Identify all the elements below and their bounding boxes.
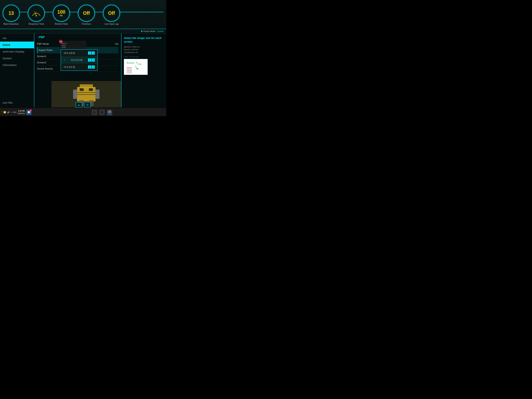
gauge-circle-black-equalizer: 13 (3, 5, 20, 22)
screen-btn-16-9-1[interactable]: 1 (88, 51, 91, 55)
screen-btns-16-9: 1 2 (88, 51, 95, 55)
screen-btns-11-9: 1 2 (88, 65, 95, 69)
taskbar-app-camera[interactable]: ◎ (92, 109, 97, 115)
menu-header-title: PBP (39, 36, 45, 39)
taskbar-app-windows[interactable]: ⊞ (99, 109, 105, 115)
svg-text:Boxplot: Boxplot (127, 62, 134, 64)
svg-rect-15 (77, 92, 95, 93)
svg-point-8 (36, 15, 37, 16)
right-panel-content1: gghalves: Make Ha (124, 45, 164, 48)
svg-line-7 (35, 12, 36, 16)
music-mix-label: usic Mix (3, 101, 13, 104)
menu-header: › PBP (37, 36, 119, 39)
right-panel-content3: Visualizations wit (124, 51, 164, 54)
osd-up-button[interactable]: ▲ (76, 102, 82, 108)
pbp-mode-value: On (115, 43, 119, 45)
sidebar: me icture onScreen Display System Inform… (0, 33, 34, 108)
screen-btn-16-9-2[interactable]: 2 (92, 51, 95, 55)
screen-btn-11-9-2[interactable]: 2 (92, 65, 95, 69)
aspect-ratio-label: Aspect Ratio (38, 49, 53, 52)
low-input-lag-value: Off (108, 11, 115, 16)
taskbar-app-chrome[interactable] (107, 109, 112, 115)
svg-rect-16 (77, 94, 95, 95)
gauge-items-wrapper: 13 Black Equalizer Response Time (3, 5, 120, 25)
chat-line2: lsisinf (62, 44, 85, 46)
gauge-circle-low-input-lag: Off (103, 5, 120, 22)
taskbar-music-icon: ♪ (11, 111, 12, 114)
svg-text:Dot: Dot (138, 63, 141, 65)
taskbar-clock: 5:10 PM 5/25/2021 (18, 110, 25, 114)
screen-btn-11-9-1[interactable]: 1 (88, 65, 91, 69)
aspect-ratio-dropdown[interactable]: 16:9 (16:9) 1 2 ✓ 21:9 (11:9) (61, 49, 98, 71)
taskbar-left: ^ 📶 🔊 ♪ ENG 5:10 PM 5/25/2021 💬 5 (1, 110, 38, 115)
refresh-rate-label: Refresh Rate (55, 23, 68, 25)
svg-rect-10 (80, 84, 93, 88)
osd-menu-button[interactable]: ☰ (84, 102, 91, 108)
taskbar-volume-icon[interactable]: 🔊 (7, 111, 10, 114)
right-panel-title: Select the image size for each screen. (124, 36, 164, 44)
right-panel-thumbnail: Boxplot + Dot (124, 59, 148, 75)
picture-mode-value: Custom (157, 30, 164, 32)
right-panel-timestamp: Today · am read time (124, 56, 164, 58)
dropdown-option-21-9[interactable]: ✓ 21:9 (11:9) 1 2 (61, 57, 97, 63)
gauge-item-response-time[interactable]: Response Time (28, 5, 45, 25)
svg-rect-11 (73, 90, 78, 99)
pbp-mode-label: PBP Mode (37, 43, 49, 45)
osd-navigation: ▲ ☰ (76, 102, 91, 108)
svg-rect-17 (80, 88, 84, 91)
taskbar: ^ 📶 🔊 ♪ ENG 5:10 PM 5/25/2021 💬 5 ◎ (0, 108, 166, 116)
dropdown-option-16-9-label: 16:9 (16:9) (63, 52, 75, 55)
gauge-item-black-equalizer[interactable]: 13 Black Equalizer (3, 5, 20, 25)
menu-header-arrow: › (37, 36, 38, 39)
refresh-rate-unit: Hz (60, 14, 63, 17)
dropdown-option-16-9[interactable]: 16:9 (16:9) 1 2 (61, 50, 97, 57)
sidebar-item-onscreen-display[interactable]: onScreen Display (0, 48, 34, 55)
sidebar-item-information[interactable]: Information (0, 62, 34, 69)
gauge-bar: 13 Black Equalizer Response Time (0, 0, 166, 29)
gauge-circle-freesync: Off (78, 5, 95, 22)
black-equalizer-value: 13 (9, 11, 14, 16)
picture-mode-dot (141, 31, 142, 32)
notification-badge: 5 (30, 109, 32, 112)
chat-line1: GPT-3' (62, 43, 85, 44)
screen-btn-21-9-2[interactable]: 2 (92, 58, 95, 62)
screen-btns-21-9: 1 2 (88, 58, 95, 62)
screen1-label: Screen1 (37, 55, 46, 58)
black-equalizer-label: Black Equalizer (3, 23, 19, 25)
svg-text:+: + (136, 61, 138, 64)
picture-mode-bar: Picture Mode: Custom (0, 29, 166, 33)
sound-source-label: Sound Source (37, 67, 53, 70)
dropdown-option-21-9-label: 21:9 (11:9) (71, 59, 82, 62)
taskbar-chevron-icon[interactable]: ^ (1, 111, 2, 114)
taskbar-notification-area: 💬 5 (26, 110, 32, 115)
chrome-icon (108, 110, 111, 114)
sidebar-item-picture[interactable]: icture (0, 42, 34, 48)
taskbar-time: 5:10 PM (18, 110, 25, 112)
sidebar-item-system[interactable]: System (0, 55, 34, 62)
freesync-label: FreeSync (82, 23, 91, 25)
taskbar-wifi-icon: 📶 (3, 111, 6, 114)
checkmark-icon: ✓ (63, 59, 65, 61)
windows-icon: ⊞ (101, 111, 103, 114)
sidebar-item-me[interactable]: me (0, 35, 34, 42)
chat-line3: Wildly (62, 46, 85, 48)
gauge-item-freesync[interactable]: Off FreeSync (78, 5, 95, 25)
gauge-circle-response-time (28, 5, 45, 22)
svg-rect-12 (95, 90, 100, 99)
center-menu: › PBP mw GPT-3' lsisinf Wildly Today · 5… (34, 33, 121, 108)
gauge-circle-refresh-rate: 100 Hz (53, 5, 70, 22)
taskbar-date: 5/25/2021 (18, 112, 25, 115)
dropdown-option-11-9[interactable]: 11:9 (21:9) 1 2 (61, 63, 97, 70)
taskbar-language: ENG (13, 111, 17, 113)
gauge-item-refresh-rate[interactable]: 100 Hz Refresh Rate (53, 5, 70, 25)
right-panel-content2: Boxplot | Half Dot (124, 48, 164, 51)
thumbnail-svg: Boxplot + Dot (124, 59, 147, 75)
dropdown-option-11-9-label: 11:9 (21:9) (63, 66, 75, 69)
sidebar-item-music-mix[interactable]: usic Mix (0, 99, 34, 106)
monitor-osd: 0.25 0.00 150 100 50 0 objective (0, 0, 166, 116)
svg-rect-18 (89, 88, 93, 91)
taskbar-center: ◎ ⊞ (39, 109, 165, 115)
screen-btn-21-9-1[interactable]: 1 (88, 58, 91, 62)
gauge-item-low-input-lag[interactable]: Off Low Input Lag (103, 5, 120, 25)
freesync-value: Off (83, 11, 90, 16)
